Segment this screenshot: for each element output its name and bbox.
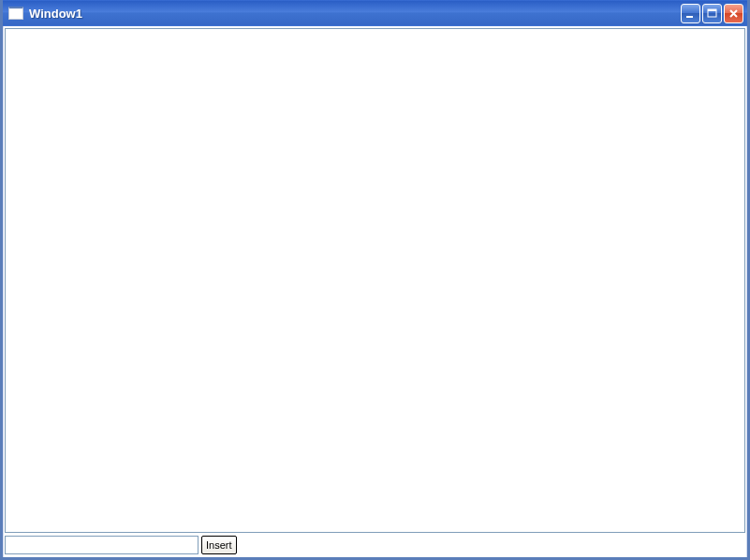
window-controls [681, 4, 743, 23]
application-window: Window1 Insert [0, 0, 750, 560]
minimize-icon [685, 8, 696, 19]
insert-button[interactable]: Insert [201, 536, 237, 554]
maximize-button[interactable] [702, 4, 722, 23]
text-input[interactable] [5, 536, 199, 554]
svg-rect-0 [686, 16, 693, 18]
app-icon [8, 7, 23, 20]
minimize-button[interactable] [681, 4, 700, 23]
title-bar[interactable]: Window1 [3, 0, 747, 26]
maximize-icon [707, 8, 717, 19]
window-title: Window1 [29, 7, 681, 21]
content-panel [5, 28, 745, 533]
close-button[interactable] [724, 4, 743, 23]
close-icon [728, 8, 739, 19]
bottom-toolbar: Insert [5, 536, 745, 556]
client-area: Insert [3, 26, 747, 557]
svg-rect-2 [708, 9, 716, 11]
